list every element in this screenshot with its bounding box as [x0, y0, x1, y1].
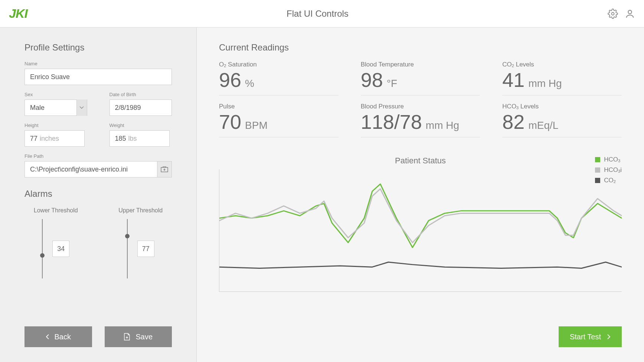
legend-item: HCO3 — [595, 156, 622, 163]
height-input[interactable]: 77 inches — [24, 130, 85, 147]
chevron-left-icon — [46, 334, 49, 340]
dob-label: Date of Birth — [109, 92, 172, 97]
lower-threshold-value[interactable]: 34 — [52, 241, 69, 257]
lower-threshold-slider[interactable] — [42, 219, 43, 278]
reading-label: CO2 Levels — [502, 61, 622, 68]
legend-item: CO2 — [595, 177, 622, 184]
patient-status-chart — [219, 169, 622, 292]
sidebar: Profile Settings Name Enrico Suave Sex M… — [0, 27, 197, 362]
chevron-right-icon — [607, 334, 611, 340]
reading-label: Blood Temperature — [361, 61, 480, 68]
reading-card: HCO3 Levels82mEq/L — [502, 103, 622, 137]
reading-label: Blood Pressure — [361, 103, 480, 110]
gear-icon[interactable] — [608, 9, 618, 19]
reading-value: 96% — [219, 70, 339, 90]
reading-label: O2 Saturation — [219, 61, 339, 68]
svg-point-1 — [628, 10, 631, 13]
weight-label: Weight — [109, 123, 172, 128]
chevron-down-icon — [76, 100, 87, 116]
chart-area: Patient Status HCO3HCO3iCO2 — [219, 156, 622, 315]
upper-threshold-value[interactable]: 77 — [137, 241, 154, 257]
dob-input[interactable]: 2/8/1989 — [109, 100, 172, 116]
reading-unit: mm Hg — [528, 78, 562, 89]
reading-value: 41mm Hg — [502, 70, 622, 90]
reading-card: CO2 Levels41mm Hg — [502, 61, 622, 95]
slider-handle[interactable] — [125, 234, 130, 238]
reading-value: 82mEq/L — [502, 112, 622, 132]
back-button[interactable]: Back — [24, 326, 92, 347]
readings-grid: O2 Saturation96%Blood Temperature98°FCO2… — [219, 61, 622, 137]
reading-value: 118/78mm Hg — [361, 112, 480, 132]
upper-threshold-slider[interactable] — [127, 219, 128, 278]
filepath-label: File Path — [24, 153, 172, 159]
topbar: JKI Flat UI Controls — [0, 0, 644, 27]
reading-label: Pulse — [219, 103, 339, 110]
reading-unit: % — [245, 78, 254, 89]
reading-value: 70BPM — [219, 112, 339, 132]
start-test-button[interactable]: Start Test — [559, 326, 622, 347]
upper-threshold-label: Upper Threshold — [118, 207, 163, 214]
reading-card: Pulse70BPM — [219, 103, 339, 137]
reading-unit: mm Hg — [426, 120, 459, 131]
legend-item: HCO3i — [595, 166, 622, 174]
slider-handle[interactable] — [40, 253, 45, 258]
logo: JKI — [9, 6, 27, 21]
reading-unit: mEq/L — [528, 120, 558, 131]
user-icon[interactable] — [625, 9, 635, 19]
main-panel: Current Readings O2 Saturation96%Blood T… — [197, 27, 644, 362]
sex-label: Sex — [24, 92, 87, 97]
save-file-icon — [124, 333, 130, 341]
reading-unit: BPM — [245, 120, 268, 131]
save-button[interactable]: Save — [105, 326, 172, 347]
filepath-input[interactable]: C:\Project\config\suave-enrico.ini — [24, 161, 157, 177]
current-readings-title: Current Readings — [219, 42, 622, 53]
name-label: Name — [24, 61, 172, 66]
height-label: Height — [24, 123, 87, 128]
svg-point-0 — [612, 12, 614, 15]
page-title: Flat UI Controls — [27, 9, 608, 19]
reading-card: O2 Saturation96% — [219, 61, 339, 95]
name-input[interactable]: Enrico Suave — [24, 69, 172, 85]
browse-file-button[interactable] — [157, 161, 172, 177]
weight-input[interactable]: 185 lbs — [109, 130, 170, 147]
profile-settings-title: Profile Settings — [24, 42, 172, 53]
reading-card: Blood Pressure118/78mm Hg — [361, 103, 480, 137]
reading-value: 98°F — [361, 70, 480, 90]
lower-threshold-label: Lower Threshold — [34, 207, 78, 214]
sex-select[interactable]: Male — [24, 100, 87, 116]
reading-unit: °F — [387, 78, 397, 89]
reading-label: HCO3 Levels — [502, 103, 622, 110]
reading-card: Blood Temperature98°F — [361, 61, 480, 95]
chart-legend: HCO3HCO3iCO2 — [595, 156, 622, 184]
topbar-actions — [608, 9, 635, 19]
alarms-title: Alarms — [24, 189, 172, 199]
chart-title: Patient Status — [219, 156, 622, 166]
